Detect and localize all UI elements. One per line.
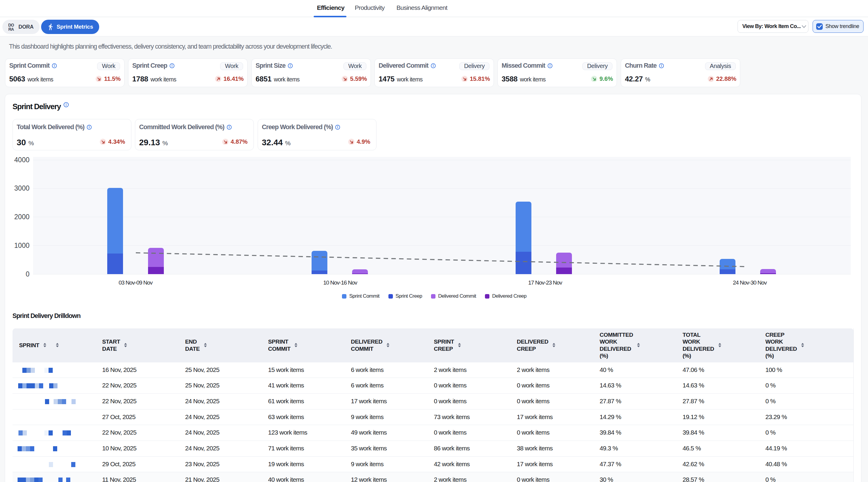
svg-text:RA: RA — [8, 27, 14, 32]
